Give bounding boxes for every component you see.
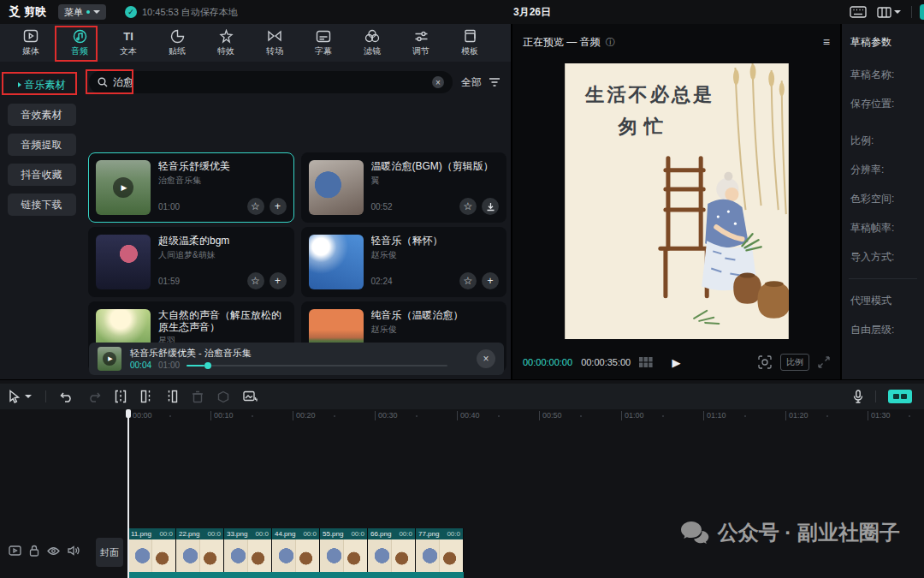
preview-play-button[interactable]: ▶ <box>672 356 681 369</box>
progress-handle[interactable] <box>204 362 211 369</box>
adjust-icon <box>414 28 429 44</box>
aspect-ratio-button[interactable]: 比例 <box>780 354 809 371</box>
filter-icon[interactable] <box>489 77 500 87</box>
lock-track-icon[interactable] <box>29 545 39 557</box>
capcut-logo-icon: 爻 <box>9 4 21 20</box>
tab-filter[interactable]: 滤镜 <box>352 26 393 60</box>
sidebar-item-sound-effects[interactable]: 音效素材 <box>8 104 76 126</box>
redo-icon[interactable] <box>87 390 101 402</box>
close-player-icon[interactable]: × <box>477 349 495 368</box>
split-clip-icon[interactable] <box>115 390 127 403</box>
preview-total-timecode: 00:00:35:00 <box>581 357 631 367</box>
mask-icon[interactable] <box>217 390 229 403</box>
preview-axis-toggle[interactable] <box>888 390 912 403</box>
sidebar-item-audio-extract[interactable]: 音频提取 <box>8 134 76 156</box>
download-icon[interactable] <box>482 198 499 215</box>
freeze-frame-icon[interactable] <box>243 390 258 403</box>
fullscreen-icon[interactable] <box>818 356 830 368</box>
track-controls <box>9 545 80 557</box>
frames-grid-icon[interactable] <box>639 357 653 367</box>
wechat-bubbles-icon <box>680 521 709 545</box>
clip-duration: 00:0 <box>255 530 269 538</box>
caption-icon <box>316 28 331 44</box>
timeline-clip[interactable]: 11.png 00:0 <box>128 528 176 572</box>
play-icon[interactable]: ▶ <box>103 352 116 366</box>
add-to-track-icon[interactable]: + <box>270 198 287 215</box>
filter-all-label[interactable]: 全部 <box>461 75 482 90</box>
annotation-box-audio-tab <box>55 26 98 62</box>
music-card[interactable]: 超级温柔的bgm 人间追梦&萌妹 01:59 ☆ + <box>88 227 294 297</box>
tab-adjust[interactable]: 调节 <box>400 26 441 60</box>
export-button-edge[interactable] <box>920 4 924 20</box>
timeline-clip[interactable]: 44.png 00:0 <box>272 528 320 572</box>
clip-filename: 22.png <box>179 530 199 538</box>
preview-menu-icon[interactable]: ≡ <box>823 35 830 49</box>
tab-media[interactable]: 媒体 <box>10 26 51 60</box>
ruler-tick: 00:50 <box>539 411 562 420</box>
tab-template[interactable]: 模板 <box>449 26 490 60</box>
menu-badge-dot <box>86 10 90 14</box>
music-thumbnail[interactable] <box>309 160 364 215</box>
timeline-clip[interactable]: 66.png 00:0 <box>368 528 416 572</box>
annotation-box-search-query <box>86 69 133 94</box>
clear-search-icon[interactable]: × <box>432 76 444 88</box>
music-thumbnail[interactable] <box>309 235 364 289</box>
select-tool-icon[interactable] <box>9 390 32 403</box>
timeline-clip[interactable]: 77.png 00:0 <box>416 528 464 572</box>
player-progress-bar[interactable] <box>187 365 447 366</box>
player-current-time: 00:04 <box>130 361 151 370</box>
favorite-star-icon[interactable]: ☆ <box>247 198 264 215</box>
mute-track-speaker-icon[interactable] <box>68 545 80 556</box>
favorite-star-icon[interactable]: ☆ <box>247 272 264 289</box>
favorite-star-icon[interactable]: ☆ <box>459 198 477 215</box>
audio-sidebar: 音乐素材 音效素材 音频提取 抖音收藏 链接下载 <box>0 62 83 379</box>
timeline-ruler[interactable]: 00:00 00:10 00:20 00:30 00:40 00:50 01:0… <box>0 409 924 422</box>
draft-field-colorspace: 色彩空间: <box>842 192 924 206</box>
delete-clip-icon[interactable] <box>192 390 204 403</box>
snapshot-focus-icon[interactable] <box>758 355 772 369</box>
preview-header: 正在预览 — 音频 ⓘ ≡ <box>512 29 840 55</box>
audio-track-strip[interactable] <box>128 572 464 578</box>
timeline-clip[interactable]: 22.png 00:0 <box>176 528 224 572</box>
sidebar-item-link-download[interactable]: 链接下载 <box>8 194 76 216</box>
favorite-star-icon[interactable]: ☆ <box>459 272 477 289</box>
search-row: 治愈 × 全部 <box>89 71 504 93</box>
music-card[interactable]: 温暖治愈(BGM)（剪辑版） 翼 00:52 ☆ <box>301 152 507 223</box>
music-thumbnail[interactable]: ▶ <box>96 160 151 215</box>
undo-icon[interactable] <box>60 390 74 402</box>
trim-left-icon[interactable] <box>140 390 152 403</box>
record-voiceover-mic-icon[interactable] <box>853 390 863 403</box>
timeline-clip[interactable]: 33.png 00:0 <box>224 528 272 572</box>
trim-right-icon[interactable] <box>166 390 178 403</box>
menu-button[interactable]: 菜单 <box>58 4 106 20</box>
music-duration: 02:24 <box>371 277 393 286</box>
tab-text[interactable]: TI 文本 <box>108 26 149 60</box>
clip-duration: 00:0 <box>159 530 173 538</box>
add-to-track-icon[interactable]: + <box>270 272 287 289</box>
layout-panels-icon[interactable] <box>877 7 901 18</box>
draft-field-ratio: 比例: <box>842 134 924 148</box>
music-card[interactable]: ▶ 轻音乐舒缓优美 治愈音乐集 01:00 ☆ + <box>88 152 294 223</box>
tab-effects[interactable]: 特效 <box>205 26 246 60</box>
progress-fill <box>187 365 204 366</box>
cover-button[interactable]: 封面 <box>96 538 123 567</box>
timeline-clip[interactable]: 55.png 00:0 <box>320 528 368 572</box>
tab-transition[interactable]: 转场 <box>254 26 295 60</box>
clip-thumbnails <box>368 539 415 572</box>
clip-thumbnails <box>272 539 319 572</box>
play-icon[interactable]: ▶ <box>113 177 133 198</box>
sidebar-item-douyin-favorites[interactable]: 抖音收藏 <box>8 164 76 186</box>
add-to-track-icon[interactable]: + <box>482 272 499 289</box>
playhead[interactable] <box>127 409 129 578</box>
shortcuts-keyboard-icon[interactable] <box>850 6 867 18</box>
info-icon[interactable]: ⓘ <box>606 36 615 49</box>
tab-sticker[interactable]: 贴纸 <box>157 26 198 60</box>
search-input[interactable]: 治愈 × <box>89 71 453 93</box>
track-monitor-icon[interactable] <box>9 545 21 556</box>
sidebar-item-label: 链接下载 <box>21 198 62 212</box>
hide-track-eye-icon[interactable] <box>47 546 60 556</box>
music-thumbnail[interactable] <box>96 235 151 289</box>
music-card[interactable]: 轻音乐（释怀） 赵乐俊 02:24 ☆ + <box>301 227 507 297</box>
clip-duration: 00:0 <box>447 530 460 538</box>
tab-caption[interactable]: 字幕 <box>303 26 344 60</box>
